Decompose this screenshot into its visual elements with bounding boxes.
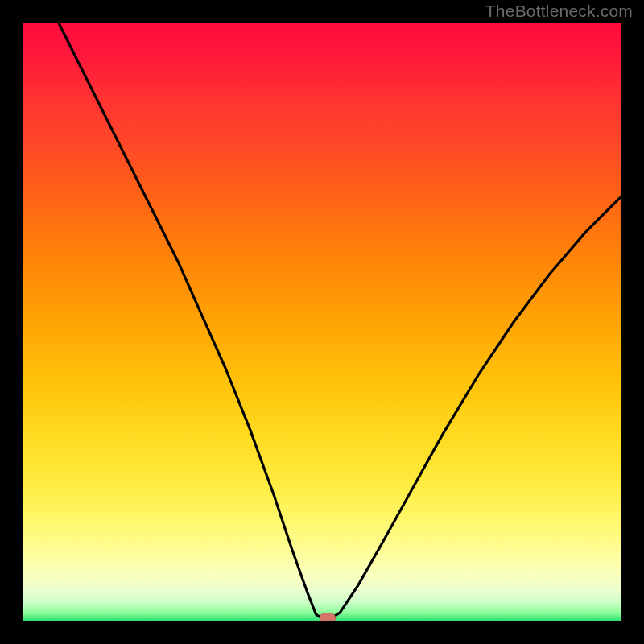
watermark-text: TheBottleneck.com	[485, 2, 633, 21]
chart-container: TheBottleneck.com	[0, 0, 644, 644]
minimum-marker	[320, 613, 336, 621]
curve-svg	[23, 23, 621, 621]
plot-area	[23, 23, 621, 621]
bottleneck-curve	[59, 23, 621, 618]
